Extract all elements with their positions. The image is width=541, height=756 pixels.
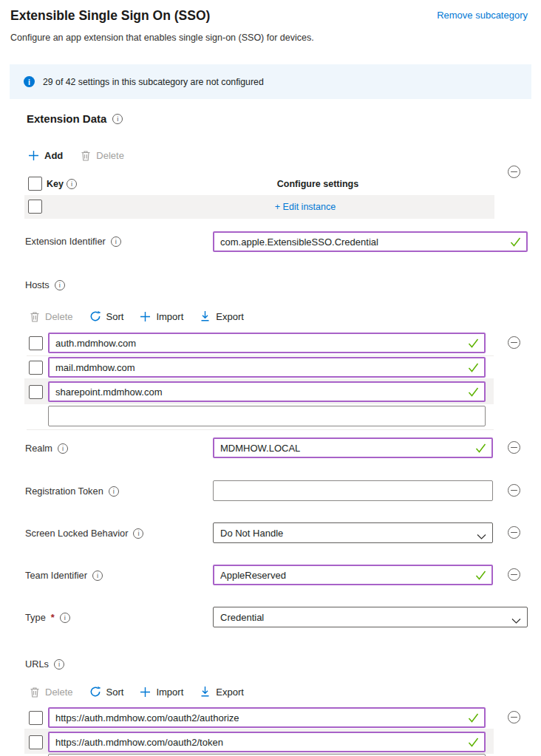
sort-button[interactable]: Sort (89, 310, 124, 322)
required-asterisk: * (51, 612, 55, 623)
url-input[interactable] (48, 707, 486, 728)
host-input[interactable] (48, 381, 486, 402)
import-button-label: Import (156, 311, 183, 322)
remove-setting-button[interactable] (508, 526, 520, 539)
screen-locked-behavior-value: Do Not Handle (220, 528, 283, 539)
extension-identifier-label-text: Extension Identifier (25, 236, 106, 247)
host-input[interactable] (48, 357, 486, 378)
sort-refresh-icon (89, 686, 101, 698)
sort-button-label: Sort (106, 311, 124, 322)
row-checkbox[interactable] (29, 711, 43, 725)
remove-setting-button[interactable] (508, 568, 520, 581)
page-title: Extensible Single Sign On (SSO) (10, 8, 210, 24)
row-checkbox[interactable] (29, 385, 43, 399)
page-description: Configure an app extension that enables … (10, 33, 314, 43)
trash-icon (30, 311, 40, 322)
url-input[interactable] (48, 732, 486, 752)
screen-locked-behavior-label: Screen Locked Behavior i (25, 528, 143, 539)
info-icon[interactable]: i (60, 613, 70, 623)
add-button[interactable]: Add (28, 150, 63, 161)
team-identifier-label: Team Identifier i (25, 570, 103, 581)
info-icon[interactable]: i (58, 443, 68, 454)
download-arrow-icon (200, 310, 211, 322)
delete-button-label: Delete (45, 311, 73, 322)
trash-icon (30, 687, 40, 698)
urls-toolbar: Delete Sort Import Export (30, 686, 244, 698)
team-identifier-label-text: Team Identifier (25, 570, 87, 581)
remove-subcategory-link[interactable]: Remove subcategory (437, 10, 528, 21)
extension-identifier-label: Extension Identifier i (25, 236, 121, 247)
delete-button-label: Delete (45, 687, 73, 698)
import-button[interactable]: Import (140, 687, 183, 698)
plus-icon (28, 150, 39, 161)
remove-setting-button[interactable] (508, 711, 520, 723)
remove-setting-button[interactable] (508, 166, 520, 178)
realm-input[interactable] (213, 437, 493, 458)
host-input-new[interactable] (48, 406, 486, 426)
row-checkbox[interactable] (28, 200, 42, 214)
realm-label-text: Realm (25, 443, 52, 454)
import-button[interactable]: Import (140, 311, 183, 322)
type-dropdown[interactable]: Credential (213, 607, 528, 627)
registration-token-input[interactable] (213, 480, 493, 501)
key-column-header: Key (47, 179, 64, 189)
export-button[interactable]: Export (200, 310, 244, 322)
info-icon[interactable]: i (92, 571, 103, 581)
realm-label: Realm i (25, 443, 68, 454)
info-icon[interactable]: i (111, 236, 121, 247)
host-input[interactable] (48, 333, 486, 353)
registration-token-label-text: Registration Token (25, 486, 103, 497)
info-icon[interactable]: i (133, 528, 143, 539)
remove-setting-button[interactable] (508, 336, 520, 349)
row-checkbox[interactable] (29, 361, 43, 375)
remove-setting-button[interactable] (508, 484, 520, 497)
row-checkbox[interactable] (29, 735, 43, 749)
screen-locked-behavior-dropdown[interactable]: Do Not Handle (213, 522, 493, 543)
registration-token-label: Registration Token i (25, 486, 119, 497)
extension-data-toolbar: Add Delete (28, 150, 124, 161)
type-value: Credential (220, 612, 264, 623)
delete-button-label: Delete (96, 150, 124, 161)
urls-label: URLs i (25, 658, 64, 670)
export-button-label: Export (216, 687, 244, 698)
edit-instance-link[interactable]: + Edit instance (231, 202, 379, 212)
banner-message: 29 of 42 settings in this subcategory ar… (43, 77, 264, 87)
info-icon[interactable]: i (55, 280, 65, 290)
add-button-label: Add (44, 150, 63, 161)
hosts-label: Hosts i (25, 279, 65, 290)
export-button-label: Export (216, 311, 244, 322)
info-icon[interactable]: i (109, 486, 119, 497)
info-icon[interactable]: i (112, 114, 123, 124)
delete-button[interactable]: Delete (81, 150, 124, 161)
type-label: Type * i (25, 612, 70, 623)
trash-icon (81, 150, 91, 161)
remove-setting-button[interactable] (508, 441, 520, 454)
type-label-text: Type (25, 612, 46, 623)
info-icon[interactable]: i (67, 179, 77, 189)
delete-button[interactable]: Delete (30, 311, 73, 322)
hosts-label-text: Hosts (25, 279, 50, 290)
download-arrow-icon (200, 686, 211, 698)
info-icon[interactable]: i (54, 659, 64, 670)
urls-label-text: URLs (25, 658, 49, 670)
info-banner: i 29 of 42 settings in this subcategory … (10, 64, 531, 99)
info-icon: i (24, 76, 35, 87)
row-checkbox[interactable] (29, 336, 43, 350)
team-identifier-input[interactable] (213, 565, 493, 585)
select-all-checkbox[interactable] (28, 177, 42, 191)
delete-button[interactable]: Delete (30, 687, 73, 698)
plus-icon (140, 687, 151, 698)
import-button-label: Import (156, 687, 183, 698)
hosts-toolbar: Delete Sort Import Export (30, 310, 244, 322)
screen-locked-behavior-label-text: Screen Locked Behavior (25, 528, 128, 539)
extension-identifier-input[interactable] (213, 231, 528, 252)
configure-settings-column-header: Configure settings (244, 179, 392, 189)
table-row: + Edit instance (24, 195, 494, 219)
list-bottom-divider (27, 429, 494, 430)
row-divider (27, 355, 494, 356)
export-button[interactable]: Export (200, 686, 244, 698)
sort-refresh-icon (89, 310, 101, 322)
plus-icon (140, 311, 151, 322)
sort-button[interactable]: Sort (89, 686, 124, 698)
extension-data-heading-text: Extension Data (27, 112, 106, 125)
